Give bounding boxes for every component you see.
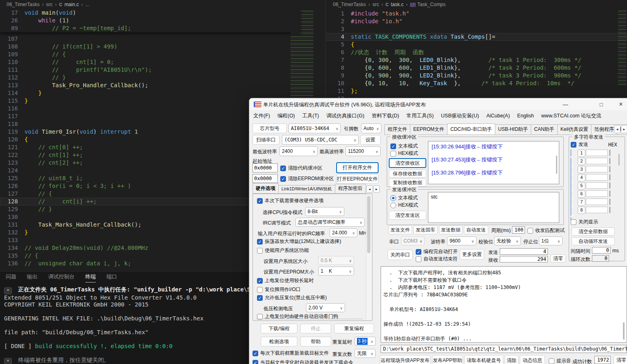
multi-row-number-button[interactable]: 4 (578, 174, 585, 181)
status-log-scrollbar-thumb[interactable] (623, 322, 625, 340)
code-line[interactable]: 3 (326, 25, 627, 33)
copy-receive-button[interactable]: 复制接收数据 (389, 179, 426, 187)
multi-row-hex-checkbox[interactable] (609, 174, 610, 180)
code-line[interactable]: 7 {0, 300, 300, LED0_Blink}, /* task 1 P… (326, 56, 627, 64)
minimap[interactable] (618, 11, 626, 86)
more-settings-button[interactable]: 更多设置 (460, 249, 484, 260)
stop-button[interactable]: 停止 (300, 324, 331, 333)
save-receive-button[interactable]: 保存接收数据 (389, 170, 426, 178)
stopbit-select[interactable]: 1位 (539, 236, 563, 245)
status-log-area[interactable]: . 下次下载用户程序时, 没有相关的端口控制485 . 下次下载时不需要校验下载… (381, 266, 627, 343)
interval-input[interactable] (592, 247, 611, 254)
hex-file-path[interactable]: D:\work place\STC_test\AI8051u\qtz\qtz_l… (381, 345, 627, 353)
titlebar[interactable]: 单片机在线升级编程仿真调试平台软件 (V6.96G), 远程现场升级APP发布 … (249, 98, 627, 111)
breadcrumb-project[interactable]: 06_TimerTasks (7, 2, 40, 7)
code-area-task-c[interactable]: 1#include "task.h"2#include "io.h"34stat… (326, 10, 627, 103)
breadcrumb-file[interactable]: main.c (64, 2, 79, 7)
breadcrumb-folder[interactable]: src (46, 2, 53, 7)
code-line[interactable]: 10 {0, 10, 10, Key_Task }, /* task 4 Per… (326, 79, 627, 87)
clear-receive-button[interactable]: 清空接收区 (389, 158, 426, 168)
loop-count-input[interactable] (592, 255, 609, 262)
multi-row-number-button[interactable]: 5 (578, 182, 585, 190)
panel-tab[interactable]: 终端 (85, 273, 96, 282)
code-line[interactable]: 6//状态 计数 周期 函数 (326, 49, 627, 56)
code-line[interactable]: 110 // cnt[1] = 0; (0, 58, 325, 66)
hw-scrollbar[interactable] (366, 194, 372, 320)
multi-row-number-button[interactable]: 2 (578, 158, 585, 165)
menu-item[interactable]: 调试仿真接口(G) (326, 113, 364, 119)
repeat-times-select[interactable]: 无限 (354, 349, 376, 358)
receive-textarea[interactable]: [15:30:26.944]接收←按键按下[15:30:27.453]接收←按键… (428, 141, 559, 184)
option-tab-硬件选项[interactable]: 硬件选项 (253, 183, 279, 194)
multi-row-input[interactable] (586, 174, 608, 181)
code-start-address-input[interactable] (253, 163, 278, 172)
menu-item[interactable]: 编程(O) (277, 113, 295, 119)
code-line[interactable]: 111 // printf("AI8051U\r\n"); (0, 66, 325, 74)
remote-upgrade-publish-button[interactable]: 远程现场升级APP发布 (380, 355, 430, 364)
success-count-input[interactable] (594, 356, 611, 364)
publish-help-button[interactable]: 发布APP帮助 (432, 355, 463, 364)
send-data-button[interactable]: 发送数据 (439, 225, 463, 234)
match-test-checkbox[interactable]: 收发匹配测试 (527, 227, 565, 234)
maximize-button[interactable]: □ (593, 99, 609, 110)
download-program-button[interactable]: 下载/编程 (261, 324, 297, 333)
eeprom-start-address-input[interactable] (253, 174, 278, 183)
multi-row-number-button[interactable]: 7 (578, 199, 585, 206)
breadcrumb-symbol[interactable]: Task_Comps (417, 2, 445, 7)
multi-row-hex-checkbox[interactable] (609, 191, 610, 196)
multi-row-input[interactable] (586, 199, 608, 205)
send-textarea[interactable]: stc (428, 192, 559, 223)
multi-row-input[interactable] (586, 207, 608, 213)
menu-item[interactable]: 文件(F) (253, 113, 270, 119)
tab-scroll-right-icon[interactable]: ► (621, 125, 627, 133)
cpu-mode-select[interactable]: 8-Bit (305, 207, 344, 216)
modify-hw-options-checkbox[interactable]: 本次下载需要修改硬件选项 (257, 197, 323, 204)
code-line[interactable]: 108 // if(cnt[1] > 499) (0, 43, 325, 51)
code-line[interactable]: 17void main(void) (0, 9, 301, 17)
multi-row-hex-checkbox[interactable] (609, 166, 610, 172)
serial-com-select[interactable]: COM3 (401, 236, 425, 245)
multi-row-hex-checkbox[interactable] (609, 150, 610, 156)
code-line[interactable]: 89 // P2 = ~temp[temp_id]; (0, 24, 301, 32)
menu-item[interactable]: 常用工具(S) (406, 113, 434, 119)
close-serial-button[interactable]: 关闭串口 (388, 249, 413, 260)
pin-count-select[interactable]: Auto (361, 124, 381, 133)
recv-text-mode-checkbox[interactable]: 文本模式 (390, 143, 418, 150)
multi-row-input[interactable] (586, 158, 608, 164)
multi-row-number-button[interactable]: 8 (578, 207, 585, 214)
breadcrumb[interactable]: 06_TimerTasks src task.c Task_Comps (326, 0, 627, 9)
subtab-scroll-right-icon[interactable]: ► (373, 185, 380, 193)
clear-log-button[interactable]: 清除 (505, 355, 518, 364)
dynamic-info-button[interactable]: 动态信息 (520, 355, 545, 364)
lv-detect-select[interactable]: 2.00 V (306, 303, 345, 312)
repeat-program-button[interactable]: 重复编程 (334, 324, 374, 333)
breadcrumb[interactable]: 06_TimerTasks src main.c ... (0, 0, 325, 9)
code-line[interactable]: 26 while (1) (0, 17, 301, 24)
tab-CAN助手[interactable]: CAN助手 (531, 124, 557, 135)
beep-checkbox[interactable]: 提示音 (549, 357, 571, 364)
code-line[interactable]: 113 Task_Pro_Handler_Callback(); (0, 82, 325, 89)
panel-tab[interactable]: 输出 (27, 273, 38, 282)
multi-row-number-button[interactable]: 1 (578, 150, 585, 157)
send-hex-mode-radio[interactable]: HEX模式 (390, 202, 418, 209)
menu-item[interactable]: 工具(T) (302, 113, 319, 119)
breadcrumb-project[interactable]: 06_TimerTasks (333, 2, 366, 7)
tab-USB-HID助手[interactable]: USB-HID助手 (495, 124, 531, 135)
multi-row-hex-checkbox[interactable] (609, 183, 610, 188)
menu-item[interactable]: www.STCAI.com 论坛交流 (541, 113, 601, 119)
reset-count-button[interactable]: 清零 (614, 355, 627, 364)
menu-item[interactable]: AiCube(A) (486, 113, 510, 119)
sent-count-field[interactable] (500, 248, 548, 255)
osc-gain-checkbox[interactable]: 振荡器放大增益(12M以上建议选择) (257, 238, 341, 245)
multi-send-all-checkbox[interactable]: 发送 (571, 141, 588, 148)
receive-scrollbar-thumb[interactable] (556, 156, 557, 174)
panel-tab[interactable]: 端口 (106, 273, 117, 282)
chip-model-select[interactable]: AI8051U-34K64 (288, 124, 341, 133)
help-button[interactable]: 帮助 (300, 337, 331, 346)
auto-open-checkbox[interactable]: 编程完自动打开 (416, 248, 458, 255)
scan-port-button[interactable]: 扫描串口 (253, 135, 279, 145)
recv-hex-mode-checkbox[interactable]: HEX模式 (390, 150, 418, 157)
clear-counter-button[interactable]: 清零 (550, 254, 566, 263)
open-program-file-button[interactable]: 打开程序文件 (336, 162, 379, 173)
repeat-delay-select[interactable]: 3 秒 (354, 337, 376, 346)
